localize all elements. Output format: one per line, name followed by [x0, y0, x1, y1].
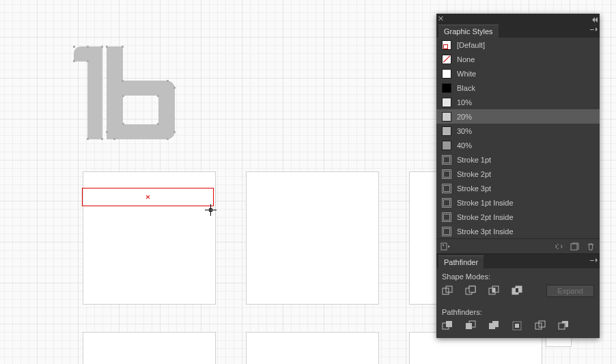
style-label: 30% — [457, 127, 472, 135]
tab-graphic-styles[interactable]: Graphic Styles — [438, 25, 499, 38]
style-label: Stroke 3pt — [457, 184, 491, 193]
style-label: Stroke 2pt — [457, 170, 491, 178]
style-label: Stroke 2pt Inside — [457, 213, 514, 221]
svg-rect-5 — [469, 286, 475, 292]
svg-rect-17 — [492, 321, 499, 327]
library-menu-icon[interactable] — [440, 242, 450, 251]
intersect-icon[interactable] — [488, 285, 499, 296]
swatch-icon — [442, 155, 451, 165]
expand-button: Expand — [546, 285, 594, 297]
swatch-icon — [442, 198, 451, 208]
swatch-icon — [442, 184, 451, 193]
swatch-icon — [442, 112, 451, 122]
style-row-30[interactable]: 30% — [436, 124, 600, 138]
style-label: Stroke 1pt Inside — [457, 199, 514, 207]
svg-rect-2 — [571, 244, 577, 250]
crop-icon[interactable] — [512, 320, 522, 331]
style-row-stroke1i[interactable]: Stroke 1pt Inside — [436, 195, 600, 210]
swatch-icon — [442, 40, 451, 50]
style-row-black[interactable]: Black — [436, 81, 600, 95]
svg-rect-1 — [443, 244, 444, 246]
swatch-icon — [442, 126, 451, 136]
panel-group: Graphic Styles [Default] None White Blac… — [436, 14, 600, 338]
style-label: None — [457, 55, 475, 64]
style-label: White — [457, 70, 476, 78]
swatch-icon — [442, 141, 451, 150]
style-row-10[interactable]: 10% — [436, 95, 600, 109]
graphic-styles-footer — [436, 238, 600, 253]
svg-rect-8 — [492, 288, 495, 292]
outline-icon[interactable] — [535, 320, 546, 331]
swatch-icon — [442, 227, 451, 236]
artboard[interactable] — [83, 333, 215, 364]
shape-modes-label: Shape Modes: — [436, 268, 600, 282]
style-label: Black — [457, 84, 475, 92]
minus-back-icon[interactable] — [558, 320, 569, 331]
style-row-stroke1[interactable]: Stroke 1pt — [436, 152, 600, 167]
style-label: Stroke 1pt — [457, 156, 491, 164]
swatch-icon — [442, 169, 451, 179]
style-row-20[interactable]: 20% — [436, 109, 600, 124]
new-style-icon[interactable] — [570, 242, 579, 251]
style-label: Stroke 3pt Inside — [457, 227, 514, 236]
style-row-white[interactable]: White — [436, 66, 600, 81]
style-label: 40% — [457, 141, 472, 150]
svg-rect-13 — [446, 321, 452, 327]
tab-bar: Graphic Styles — [436, 23, 600, 38]
svg-rect-11 — [516, 288, 518, 292]
style-label: [Default] — [457, 41, 485, 49]
unite-icon[interactable] — [442, 285, 453, 296]
swatch-icon — [442, 83, 451, 93]
style-row-default[interactable]: [Default] — [436, 38, 600, 52]
break-link-icon[interactable] — [553, 242, 563, 251]
style-row-40[interactable]: 40% — [436, 138, 600, 152]
style-row-stroke2i[interactable]: Stroke 2pt Inside — [436, 210, 600, 224]
swatch-icon — [442, 212, 451, 222]
artboard[interactable] — [247, 172, 378, 304]
minus-front-icon[interactable] — [465, 285, 476, 296]
style-row-stroke3i[interactable]: Stroke 3pt Inside — [436, 224, 600, 238]
collapse-icon[interactable] — [591, 16, 598, 21]
pathfinders-label: Pathfinders: — [436, 304, 600, 318]
panel-titlebar[interactable] — [436, 14, 600, 23]
panel-menu-icon[interactable] — [588, 26, 598, 33]
artboard[interactable] — [247, 333, 378, 364]
selection-rectangle[interactable] — [82, 188, 214, 206]
trim-icon[interactable] — [465, 320, 476, 331]
exclude-icon[interactable] — [512, 285, 522, 296]
swatch-icon — [442, 98, 451, 107]
swatch-icon — [442, 69, 451, 79]
merge-icon[interactable] — [488, 320, 499, 331]
panel-menu-icon[interactable] — [588, 257, 598, 264]
svg-rect-0 — [441, 243, 447, 250]
swatch-icon — [442, 55, 451, 64]
close-icon[interactable] — [438, 16, 444, 21]
trash-icon[interactable] — [586, 242, 596, 251]
svg-rect-19 — [515, 324, 519, 328]
style-row-stroke2[interactable]: Stroke 2pt — [436, 167, 600, 181]
selection-center-icon — [146, 195, 150, 199]
pathfinder-panel: Pathfinder Shape Modes: Expand Pathfinde… — [436, 253, 600, 338]
style-row-none[interactable]: None — [436, 52, 600, 66]
style-label: 10% — [457, 98, 472, 107]
svg-rect-22 — [559, 323, 565, 329]
tab-pathfinder[interactable]: Pathfinder — [438, 255, 484, 268]
crosshair-cursor-icon — [205, 204, 216, 216]
style-label: 20% — [457, 113, 472, 121]
style-row-stroke3[interactable]: Stroke 3pt — [436, 181, 600, 195]
artwork-16 — [74, 46, 175, 139]
divide-icon[interactable] — [442, 320, 453, 331]
graphic-styles-list: [Default] None White Black 10% 20% 30% 4… — [436, 38, 600, 238]
